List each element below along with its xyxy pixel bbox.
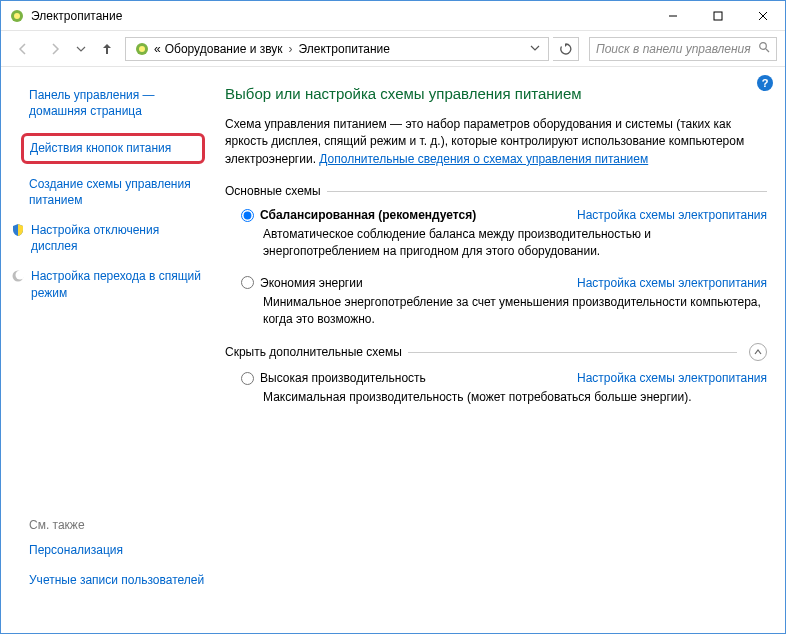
minimize-button[interactable]	[650, 1, 695, 30]
learn-more-link[interactable]: Дополнительные сведения о схемах управле…	[319, 152, 648, 166]
moon-icon	[11, 269, 25, 283]
sidebar-user-accounts-link[interactable]: Учетные записи пользователей	[29, 572, 205, 588]
breadcrumb-separator: ›	[289, 42, 293, 56]
svg-rect-3	[714, 12, 722, 20]
plan-high-settings-link[interactable]: Настройка схемы электропитания	[577, 371, 767, 385]
plan-high-title: Высокая производительность	[260, 371, 426, 385]
plan-balanced-desc: Автоматическое соблюдение баланса между …	[263, 226, 767, 260]
breadcrumb-seg-hardware[interactable]: Оборудование и звук	[165, 42, 283, 56]
section-more-label: Скрыть дополнительные схемы	[225, 345, 402, 359]
sidebar-sleep-link[interactable]: Настройка перехода в спящий режим	[31, 268, 205, 300]
divider	[327, 191, 767, 192]
shield-icon	[11, 223, 25, 237]
forward-button[interactable]	[41, 35, 69, 63]
page-description: Схема управления питанием — это набор па…	[225, 116, 767, 168]
sidebar-display-off-link[interactable]: Настройка отключения дисплея	[31, 222, 205, 254]
sidebar-personalization-link[interactable]: Персонализация	[29, 542, 205, 558]
search-input[interactable]: Поиск в панели управления	[589, 37, 777, 61]
svg-point-11	[16, 271, 25, 280]
divider	[408, 352, 737, 353]
help-icon[interactable]: ?	[757, 75, 773, 91]
control-panel-icon	[134, 41, 150, 57]
svg-point-7	[139, 46, 145, 52]
plan-saver-radio[interactable]: Экономия энергии	[241, 276, 363, 290]
plan-balanced-settings-link[interactable]: Настройка схемы электропитания	[577, 208, 767, 222]
plan-saver-desc: Минимальное энергопотребление за счет ум…	[263, 294, 767, 328]
breadcrumb[interactable]: « Оборудование и звук › Электропитание	[125, 37, 549, 61]
plan-balanced-radio[interactable]: Сбалансированная (рекомендуется)	[241, 208, 476, 222]
up-button[interactable]	[93, 35, 121, 63]
page-title: Выбор или настройка схемы управления пит…	[225, 85, 767, 102]
svg-point-8	[760, 43, 767, 50]
see-also-heading: См. также	[29, 518, 205, 532]
search-placeholder: Поиск в панели управления	[596, 42, 758, 56]
svg-line-9	[766, 49, 769, 52]
plan-high-radio[interactable]: Высокая производительность	[241, 371, 426, 385]
close-button[interactable]	[740, 1, 785, 30]
plan-saver-title: Экономия энергии	[260, 276, 363, 290]
recent-locations-button[interactable]	[73, 35, 89, 63]
refresh-button[interactable]	[553, 37, 579, 61]
search-icon	[758, 41, 770, 56]
sidebar-create-plan-link[interactable]: Создание схемы управления питанием	[29, 176, 205, 208]
plan-high-desc: Максимальная производительность (может п…	[263, 389, 767, 406]
section-basic-label: Основные схемы	[225, 184, 321, 198]
sidebar-power-buttons-link[interactable]: Действия кнопок питания	[30, 140, 196, 156]
svg-point-1	[14, 13, 20, 19]
maximize-button[interactable]	[695, 1, 740, 30]
sidebar-home-link[interactable]: Панель управления — домашняя страница	[29, 87, 205, 119]
breadcrumb-dropdown-icon[interactable]	[526, 42, 544, 56]
plan-balanced-title: Сбалансированная (рекомендуется)	[260, 208, 476, 222]
window-title: Электропитание	[31, 9, 122, 23]
breadcrumb-prefix: «	[154, 42, 161, 56]
plan-saver-settings-link[interactable]: Настройка схемы электропитания	[577, 276, 767, 290]
collapse-button[interactable]	[749, 343, 767, 361]
back-button[interactable]	[9, 35, 37, 63]
power-options-icon	[9, 8, 25, 24]
breadcrumb-seg-power[interactable]: Электропитание	[299, 42, 390, 56]
